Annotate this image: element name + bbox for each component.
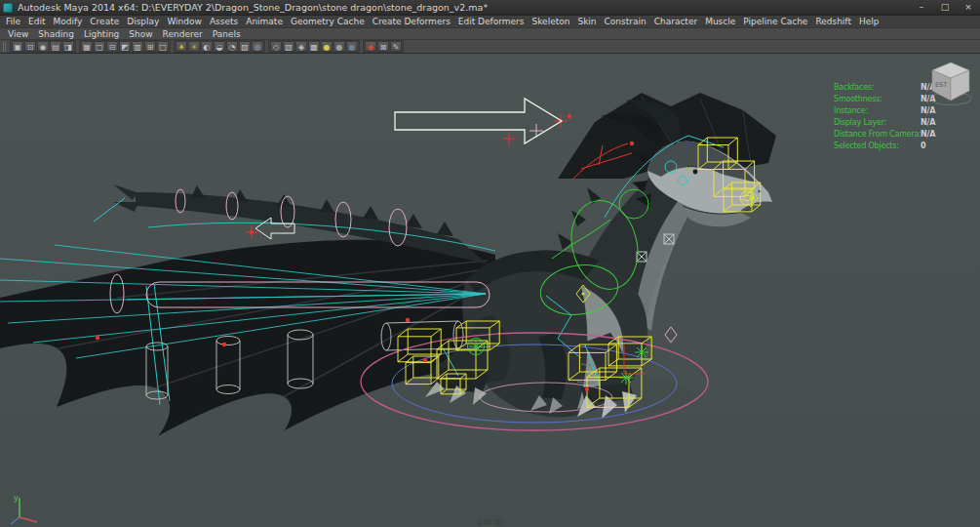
maya-app-icon (3, 3, 13, 13)
hud-entry: Distance From Camera: N/A (834, 130, 935, 139)
menu-item[interactable]: Edit Deformers (454, 16, 529, 28)
menu-item[interactable]: Help (855, 16, 883, 28)
panel-menu-item[interactable]: View (3, 28, 33, 40)
menu-item[interactable]: Pipeline Cache (739, 16, 811, 28)
toolbar-group-gates: ▦□⊟◩▥⊞□ (79, 40, 171, 53)
grid-icon[interactable]: ▦ (81, 41, 93, 52)
hud-value: N/A (921, 118, 935, 127)
arrow-control-large[interactable] (395, 99, 562, 143)
safe-title-icon[interactable]: □ (157, 41, 169, 52)
xray-joints-icon[interactable]: ◈ (295, 41, 307, 52)
menu-item[interactable]: Character (650, 16, 701, 28)
shadows-icon[interactable]: ◐ (201, 41, 213, 52)
window-title: Autodesk Maya 2014 x64: D:\EVERYDAY 2\Dr… (18, 2, 910, 13)
window-controls: – □ × (910, 0, 980, 15)
heads-up-display: Backfaces: N/A Smoothness: N/A Instance:… (834, 83, 935, 150)
hud-value: N/A (921, 130, 935, 139)
close-button[interactable]: × (957, 0, 980, 15)
menu-item[interactable]: Skin (573, 16, 600, 28)
menu-item[interactable]: Geometry Cache (287, 16, 369, 28)
menu-item[interactable]: Window (163, 16, 206, 28)
panel-menu-item[interactable]: Lighting (79, 28, 124, 40)
hud-label: Display Layer: (834, 118, 921, 127)
hud-value: 0 (921, 142, 935, 150)
wireframe-on-shaded-icon[interactable]: ▩ (308, 41, 320, 52)
menu-item[interactable]: Edit (24, 16, 49, 28)
camera-attributes-icon[interactable]: ◉ (37, 41, 49, 52)
all-lights-icon[interactable]: ☀ (188, 41, 200, 52)
select-camera-icon[interactable]: ▣ (12, 41, 23, 52)
resolution-gate-icon[interactable]: ⊟ (106, 41, 118, 52)
toolbar-group-lighting: ☀☀◐◒◔▨◎ (174, 40, 265, 53)
menu-item[interactable]: Muscle (701, 16, 739, 28)
occlusion-icon[interactable]: ◒ (214, 41, 225, 52)
hud-label: Selected Objects: (834, 142, 921, 150)
hud-entry: Selected Objects: 0 (834, 142, 935, 150)
minimize-button[interactable]: – (910, 0, 933, 15)
main-menubar: FileEditModifyCreateDisplayWindowAssetsA… (0, 15, 980, 27)
menu-item[interactable]: Display (123, 16, 163, 28)
menu-item[interactable]: Animate (242, 16, 287, 28)
menu-item[interactable]: Assets (206, 16, 242, 28)
textured-icon[interactable]: ● (321, 41, 333, 52)
hud-entry: Smoothness: N/A (834, 95, 935, 103)
grease-pencil-icon[interactable]: ✎ (390, 41, 402, 52)
panel-toolbar: ▣⊡◉▤◨ ▦□⊟◩▥⊞□ ☀☀◐◒◔▨◎ ◇▧◈▩●●● ◆⊠✎ (0, 39, 980, 53)
panel-menu-item[interactable]: Shading (33, 28, 79, 40)
camera-name-label: persp (0, 515, 980, 526)
menu-item[interactable]: Constrain (601, 16, 650, 28)
titlebar: Autodesk Maya 2014 x64: D:\EVERYDAY 2\Dr… (0, 0, 980, 15)
menu-item[interactable]: Modify (50, 16, 87, 28)
plugin-icon[interactable]: ◆ (365, 41, 376, 52)
motion-blur-icon[interactable]: ◔ (226, 41, 238, 52)
toolbar-group-camera: ▣⊡◉▤◨ (10, 40, 76, 53)
menu-item[interactable]: Create Deformers (369, 16, 454, 28)
default-material-icon[interactable]: ● (346, 41, 358, 52)
hud-entry: Instance: N/A (834, 106, 935, 115)
menu-item[interactable]: Skeleton (529, 16, 574, 28)
panel-menu-item[interactable]: Renderer (158, 28, 208, 40)
panel-menu-item[interactable]: Panels (208, 28, 246, 40)
view-cube-face-label: EST (935, 81, 947, 89)
hud-label: Instance: (834, 106, 921, 115)
lock-camera-icon[interactable]: ⊡ (24, 41, 36, 52)
maximize-button[interactable]: □ (933, 0, 957, 15)
dragon-model[interactable] (0, 93, 776, 436)
hud-entry: Display Layer: N/A (834, 118, 935, 127)
image-plane-icon[interactable]: ◨ (62, 41, 74, 52)
menu-item[interactable]: Redshift (811, 16, 855, 28)
viewport[interactable]: Backfaces: N/A Smoothness: N/A Instance:… (0, 53, 980, 527)
default-lighting-icon[interactable]: ☀ (176, 41, 187, 52)
gate-mask-icon[interactable]: ◩ (119, 41, 131, 52)
hud-entry: Backfaces: N/A (834, 83, 935, 92)
axis-y-label: y (14, 494, 19, 503)
menu-item[interactable]: Create (86, 16, 123, 28)
isolate-select-icon[interactable]: ◇ (270, 41, 282, 52)
hud-label: Backfaces: (834, 83, 921, 92)
snapshot-icon[interactable]: ⊠ (377, 41, 389, 52)
bookmark-icon[interactable]: ▤ (50, 41, 61, 52)
panel-menubar: ViewShadingLightingShowRendererPanels (0, 27, 980, 39)
xray-icon[interactable]: ▧ (283, 41, 294, 52)
smooth-shaded-icon[interactable]: ● (333, 41, 345, 52)
toolbar-group-extras: ◆⊠✎ (363, 40, 404, 53)
safe-action-icon[interactable]: ⊞ (144, 41, 156, 52)
film-gate-icon[interactable]: □ (94, 41, 105, 52)
hud-label: Distance From Camera: (834, 130, 921, 139)
menu-item[interactable]: File (2, 16, 24, 28)
depth-of-field-icon[interactable]: ◎ (252, 41, 263, 52)
panel-menu-item[interactable]: Show (124, 28, 157, 40)
multisample-icon[interactable]: ▨ (239, 41, 251, 52)
hud-label: Smoothness: (834, 95, 921, 103)
toolbar-grip[interactable] (3, 42, 7, 52)
field-chart-icon[interactable]: ▥ (132, 41, 143, 52)
view-cube[interactable]: EST (925, 58, 976, 108)
toolbar-group-shading: ◇▧◈▩●●● (268, 40, 360, 53)
